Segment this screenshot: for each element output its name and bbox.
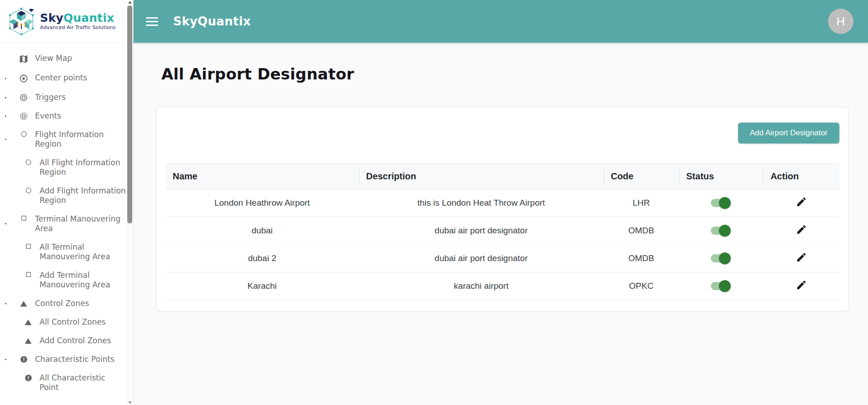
map-icon (18, 54, 29, 64)
cell-status (679, 189, 763, 217)
page-content: All Airport Designator Add Airport Desig… (134, 43, 868, 405)
edit-button[interactable] (796, 196, 807, 209)
badge-icon (23, 374, 34, 382)
table-row: Karachikarachi airportOPKC (165, 272, 839, 300)
circle-outline-icon (18, 130, 29, 138)
cell-name: London Heathrow Airport (165, 189, 359, 217)
scrollbar-up-arrow-icon[interactable] (127, 0, 133, 5)
sidebar-item-flight-information-region[interactable]: Flight Information Region (0, 125, 133, 153)
sidebar-item-events[interactable]: Events (0, 107, 133, 125)
cell-action (763, 189, 839, 217)
header-title: SkyQuantix (173, 15, 251, 28)
sidebar-item-label: View Map (35, 54, 72, 63)
sidebar-item-characteristic-points[interactable]: Characteristic Points (0, 350, 133, 369)
sidebar-item-label: All Characteristic Point (40, 373, 127, 392)
app-root: SkyQuantix Advanced Air Traffic Solution… (0, 0, 868, 405)
column-header-description: Description (359, 164, 604, 189)
scrollbar-down-arrow-icon[interactable] (127, 400, 133, 405)
sidebar-item-add-flight-information-region[interactable]: Add Flight Information Region (0, 182, 133, 210)
cell-code: OPKC (604, 272, 679, 300)
sidebar-nav: View MapCenter pointsTriggersEventsFligh… (0, 43, 133, 397)
sidebar-item-label: Center points (35, 73, 87, 83)
card-toolbar: Add Airport Designator (165, 123, 839, 143)
table-row: dubaidubai air port designatorOMDB (165, 217, 839, 245)
edit-button[interactable] (796, 252, 807, 264)
logo-text: SkyQuantix Advanced Air Traffic Solution… (40, 12, 116, 30)
column-header-action: Action (763, 164, 839, 189)
sidebar-item-terminal-manouvering-area[interactable]: Terminal Manouvering Area (0, 210, 133, 238)
cell-status (679, 272, 763, 300)
toggle-knob (719, 252, 731, 264)
sidebar-item-add-control-zones[interactable]: Add Control Zones (0, 331, 133, 350)
caret-right-icon (3, 114, 8, 119)
sidebar-item-label: Add Flight Information Region (40, 186, 127, 205)
badge-icon (18, 355, 29, 364)
edit-button[interactable] (796, 224, 807, 237)
caret-down-icon (3, 222, 8, 227)
cell-description: this is London Heat Throw Airport (359, 189, 604, 217)
cell-name: dubai (165, 217, 359, 245)
sidebar-item-all-characteristic-point[interactable]: All Characteristic Point (0, 369, 133, 397)
status-toggle[interactable] (711, 197, 732, 209)
sidebar-item-control-zones[interactable]: Control Zones (0, 294, 133, 313)
sidebar-item-view-map[interactable]: View Map (0, 49, 133, 69)
sidebar-item-label: All Control Zones (40, 317, 105, 327)
sidebar-item-triggers[interactable]: Triggers (0, 88, 133, 107)
cell-status (679, 245, 763, 272)
sidebar-item-center-points[interactable]: Center points (0, 69, 133, 88)
cell-code: OMDB (604, 245, 679, 272)
cell-action (763, 272, 839, 300)
edit-pencil-icon (796, 196, 807, 209)
sidebar-scrollbar (127, 0, 133, 405)
cell-action (763, 245, 839, 272)
skyquantix-logo-icon (7, 7, 35, 35)
edit-pencil-icon (796, 279, 807, 292)
toggle-knob (719, 197, 731, 209)
edit-button[interactable] (796, 279, 807, 292)
sidebar-item-label: Events (35, 111, 61, 121)
sidebar-item-label: All Flight Information Region (40, 158, 127, 177)
square-outline-icon (18, 215, 29, 222)
sidebar-item-all-control-zones[interactable]: All Control Zones (0, 313, 133, 331)
add-airport-designator-button[interactable]: Add Airport Designator (738, 123, 839, 143)
triangle-icon (23, 336, 34, 346)
scrollbar-thumb[interactable] (127, 5, 132, 223)
sidebar-item-all-terminal-manouvering-area[interactable]: All Terminal Manouvering Area (0, 238, 133, 266)
sidebar-item-all-flight-information-region[interactable]: All Flight Information Region (0, 153, 133, 182)
status-toggle[interactable] (711, 225, 732, 237)
sidebar-item-label: Control Zones (35, 299, 89, 308)
airport-designator-card: Add Airport Designator NameDescriptionCo… (156, 107, 849, 311)
logo-area: SkyQuantix Advanced Air Traffic Solution… (0, 0, 133, 43)
column-header-code: Code (604, 164, 679, 189)
sidebar-item-label: Add Control Zones (40, 336, 111, 346)
sidebar-item-label: Terminal Manouvering Area (35, 214, 122, 233)
triangle-icon (18, 299, 29, 308)
table-row: dubai 2dubai air port designatorOMDB (165, 245, 839, 272)
edit-pencil-icon (796, 224, 807, 237)
cell-status (679, 217, 763, 245)
circle-outline-icon (23, 158, 34, 166)
cell-description: dubai air port designator (359, 245, 604, 272)
table-body: London Heathrow Airportthis is London He… (165, 189, 839, 300)
user-avatar[interactable]: H (828, 9, 853, 34)
caret-down-icon (3, 357, 8, 362)
status-toggle[interactable] (711, 280, 732, 292)
airport-designator-table: NameDescriptionCodeStatusAction London H… (165, 163, 839, 300)
hamburger-menu-icon[interactable] (146, 17, 158, 26)
toggle-knob (719, 280, 731, 292)
brand-name: SkyQuantix (40, 12, 116, 24)
circle-outline-icon (23, 187, 34, 194)
cell-name: Karachi (165, 272, 359, 300)
square-outline-icon (23, 243, 34, 250)
sidebar: SkyQuantix Advanced Air Traffic Solution… (0, 0, 134, 405)
sidebar-item-label: Flight Information Region (35, 130, 122, 149)
column-header-status: Status (679, 164, 763, 189)
cell-action (763, 217, 839, 245)
sidebar-item-label: Add Terminal Manouvering Area (40, 271, 127, 290)
sidebar-item-add-terminal-manouvering-area[interactable]: Add Terminal Manouvering Area (0, 266, 133, 294)
caret-down-icon (3, 137, 8, 142)
status-toggle[interactable] (711, 252, 732, 264)
cell-description: karachi airport (359, 272, 604, 300)
triggers-icon (18, 93, 29, 102)
cell-name: dubai 2 (165, 245, 359, 272)
